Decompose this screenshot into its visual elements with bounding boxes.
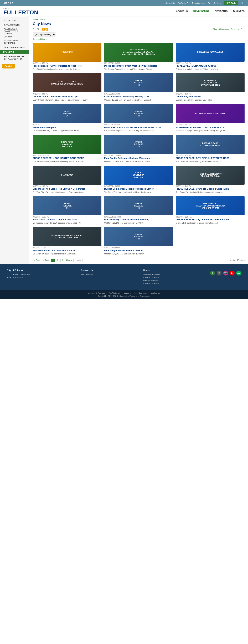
news-card[interactable]: PRESSRELEASE24 07/04/2024 Homicide Inves… [33,104,102,132]
news-card[interactable]: COMMUNITYINFORMATIONCITY OF FULLERTON 07… [176,73,245,101]
news-card-date: 04/05/2024 4:50 PM [104,185,173,187]
news-card[interactable]: PRESSRELEASE24 06/18/2024 2:07 PM PRESS … [104,104,173,132]
footer-report-link[interactable]: Report an Issue [134,292,147,294]
footer-social: f 𝕏 📷 ▶ 🏘 [210,269,241,285]
news-card-image: COMMUNITYINFORMATIONCITY OF FULLERTON [176,73,245,92]
footer-org-name: City of Fullerton [7,269,31,272]
news-card-image: FULLERTON MUNICIPAL AIRPORT TO RECEIVE $… [33,227,102,246]
news-card-excerpt: On June 15, 2024, at 5:04 am, Fullerton … [104,99,173,101]
sidebar-item-city-news[interactable]: CITY NEWS [0,50,29,54]
news-card[interactable]: PICKLEBALL TOURNAMENT 08/20/2024 2:42 PM… [176,42,245,70]
news-card[interactable]: HUNT BRANCH LIBRARYGRAND REOPENING 04/09… [176,166,245,194]
search-button[interactable]: 🔍 [241,2,245,5]
nav-government[interactable]: GOVERNMENT [193,10,209,13]
news-card-date: 04/09/2024 4:42 PM [176,185,245,187]
sidebar-item-gov-officials[interactable]: + GOVERNMENT OFFICIALS [0,38,29,45]
news-card[interactable]: PRESSRELEASE24 07/15/2024 1:57 PM Critic… [104,73,173,101]
news-card-title: Fatal Single Vehicle Traffic Collision [104,249,173,252]
sidebar-item-open-gov[interactable]: + OPEN GOVERNMENT [0,45,29,50]
font-decrease-button[interactable]: A [42,28,45,30]
news-card-image: HEALTH ADVISORYMosquitoes infected with … [104,42,173,62]
news-image-label: PRESSRELEASE24 [63,202,72,210]
footer-meetings-link[interactable]: Meetings & Agendas [88,292,105,294]
how-do-i-button[interactable]: HOW DO I... [224,2,238,5]
pagination-prev[interactable]: « Prev [42,258,50,262]
main-content: Government » City News Font Size: A A Sh… [29,17,248,264]
font-size-controls: Font Size: A A [33,28,48,30]
instagram-icon[interactable]: 📷 [223,271,228,276]
pagination-page-3[interactable]: 3 [60,258,64,262]
footer-hours: Hours Monday – Thursday 7:30 AM – 5:30 P… [143,269,160,285]
nextdoor-icon[interactable]: 🏘 [236,271,241,276]
news-card[interactable]: Tree City USA 04/23/2024 1:03 PM City of… [33,166,102,194]
footer-pay-water-link[interactable]: Pay Water Bill [109,292,121,294]
print-link[interactable]: Print [241,28,245,30]
youtube-icon[interactable]: ▶ [230,271,235,276]
contact-us-link[interactable]: Contact Us [165,2,175,4]
nav-about-us[interactable]: ABOUT US [176,10,188,13]
news-card[interactable]: BUDGETCOMMUNITYMEETING 04/05/2024 4:50 P… [104,166,173,194]
department-filter[interactable]: (All Departments) [33,32,55,37]
pagination-next[interactable]: Next » [65,258,74,262]
news-card-image: PICKLEBALL TOURNAMENT [176,42,245,62]
share-bookmark-link[interactable]: Share & Bookmark [213,28,229,30]
expand-icon: + [2,24,3,26]
news-card[interactable]: COFFEE COLLABSSMALL BUSINESS COFFEE MEET… [33,73,102,101]
breadcrumb-gov-link[interactable]: Government » [33,18,45,20]
trash-services-link[interactable]: Trash Services [208,2,221,4]
news-card-excerpt: The City of Fullerton is excited to anno… [33,68,102,70]
pagination-first[interactable]: « First [33,258,41,262]
news-card[interactable]: PRESSRELEASE24 03/26/2024 11:57 PM Fatal… [33,196,102,224]
news-card-date: 08/27/2024 2:09 PM [104,62,173,64]
pagination-last[interactable]: Last » [75,258,83,262]
pay-water-bill-link[interactable]: Pay Water Bill [178,2,189,4]
sidebar-item-city-council[interactable]: + CITY COUNCIL [0,18,29,23]
news-card-image: PRESSRELEASE24 [104,227,173,246]
news-image-label: PICKLEBALL TOURNAMENT [197,51,223,53]
footer-contact-link[interactable]: Contact Us [151,292,160,294]
archived-news-link[interactable]: Archived News [33,38,245,40]
expand-icon: + [2,20,3,22]
news-image-label: PRESSRELEASE24 [134,80,143,86]
news-card-date: 07/04/2024 [33,124,102,126]
news-card[interactable]: PRESSRELEASE24 05/17/2024 12:43 PM Fatal… [104,135,173,163]
news-card-date: 03/25/2024 11:55 AM [33,247,102,249]
news-card-excerpt: The City of Fullerton is thrilled to ann… [176,191,245,194]
news-card-title: Fatal Traffic Collision – Seeking Witnes… [104,157,173,160]
news-card[interactable]: GROW FOODAnywhere!with UCCE 05/20/2024 1… [33,135,102,163]
report-issue-link[interactable]: Report an Issue [192,2,206,4]
sidebar-item-commissions[interactable]: COMMISSIONS, COMMITTEES & BOARDS [0,28,29,35]
pagination-page-2[interactable]: 2 [56,258,60,262]
news-card[interactable]: MIKE NESS DAYFULLERTON DOWNTOWN PLAZAAPR… [176,196,245,224]
pagination-page-1[interactable]: 1 [51,258,55,262]
twitter-icon[interactable]: 𝕏 [217,271,222,276]
feedback-link[interactable]: Feedback [231,28,239,30]
news-card-date: 07/10/2024 4:10 PM [176,93,245,95]
news-image-label: HUNT BRANCH LIBRARYGRAND REOPENING [199,173,222,177]
nav-business[interactable]: BUSINESS [233,10,245,13]
news-card[interactable]: PRESSRELEASE24 03/26/2024 11:54 PM Bank … [104,196,173,224]
news-image-label: BUDGETCOMMUNITYMEETING [133,172,144,178]
news-card-excerpt: The Fullerton Public Library will be hos… [33,160,102,163]
news-card[interactable]: ALZHEIMER'S ORANGE COUNTY 06/18/2024 2:0… [176,104,245,132]
news-card[interactable]: TOBERFEST 09/03/2024 4:58 PM Press Relea… [33,42,102,70]
news-image-label: COMMUNITYINFORMATIONCITY OF FULLERTON [200,80,220,86]
footer-careers-link[interactable]: Careers [124,292,130,294]
font-increase-button[interactable]: A [45,28,48,30]
footer-friday-hours: 7:30 AM – 4:30 PM [143,282,160,285]
language-button[interactable]: English [2,64,15,68]
news-image-label: PRESSRELEASE24 [63,110,72,117]
sidebar-item-library[interactable]: LIBRARY [0,35,29,38]
footer-phone: 714.738.6300 [81,273,93,276]
sidebar-item-departments[interactable]: + DEPARTMENTS [0,23,29,28]
news-card-title: ALZHEIMER'S ORANGE COUNTY PRESENTS [176,126,245,129]
facebook-icon[interactable]: f [210,271,215,276]
news-card[interactable]: HEALTH ADVISORYMosquitoes infected with … [104,42,173,70]
sidebar-item-sister-city[interactable]: + FULLERTON SISTER CITY ASSOCIATION [0,54,29,61]
news-card[interactable]: FULLERTON MUNICIPAL AIRPORT TO RECEIVE $… [33,227,102,255]
nav-residents[interactable]: RESIDENTS [215,10,228,13]
news-card-title: PRESS RELEASE: Grand Re-Opening Celebrat… [176,188,245,190]
news-card[interactable]: PRESS RELEASECITY OF FULLERTON 05/15/202… [176,135,245,163]
news-card[interactable]: PRESSRELEASE24 03/24/2024 8:49 AM Fatal … [104,227,173,255]
news-card-excerpt: Calling all pickleball enthusiasts! Whet… [176,68,245,70]
